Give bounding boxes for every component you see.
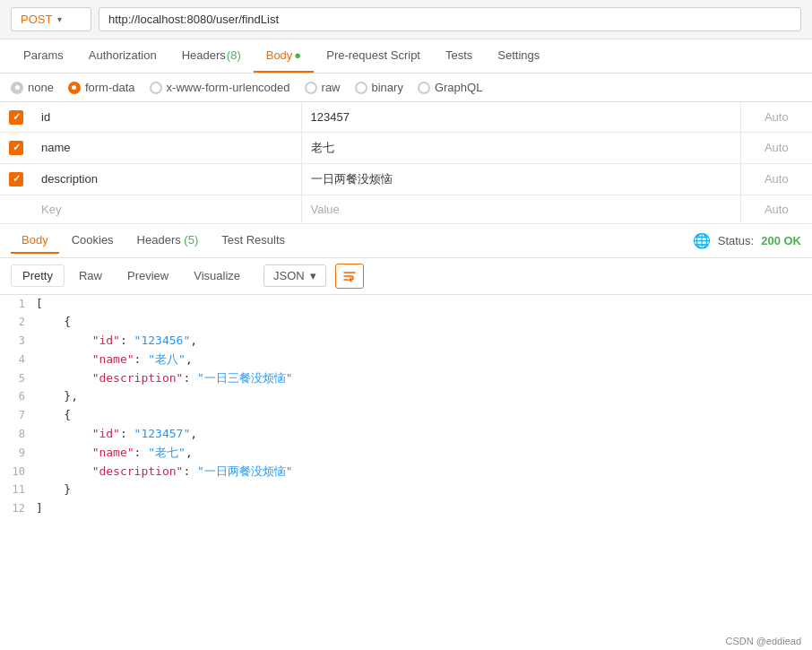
row-checkbox[interactable]: [9, 172, 23, 186]
code-line: 5 "description": "一日三餐没烦恼": [0, 369, 812, 388]
form-key: description: [32, 163, 301, 195]
tab-pre-request-script[interactable]: Pre-request Script: [314, 39, 433, 73]
status-label: Status:: [718, 234, 754, 247]
form-row: KeyValueAuto: [0, 195, 812, 223]
format-bar: PrettyRawPreviewVisualizeJSON▾: [0, 258, 812, 295]
globe-icon: 🌐: [693, 232, 711, 249]
form-key: id: [32, 102, 301, 132]
resp-tab-test-results[interactable]: Test Results: [211, 228, 296, 254]
form-type: Auto: [740, 132, 812, 163]
code-line: 10 "description": "一日两餐没烦恼": [0, 463, 812, 481]
code-line: 6 },: [0, 387, 812, 406]
code-line: 11 }: [0, 481, 812, 499]
status-area: 🌐Status:200 OK: [693, 232, 801, 249]
form-value: 123457: [301, 102, 740, 132]
fmt-btn-preview[interactable]: Preview: [117, 265, 179, 286]
resp-tab-cookies[interactable]: Cookies: [61, 228, 125, 254]
resp-tab-headers[interactable]: Headers (5): [126, 228, 210, 254]
radio-form-data[interactable]: form-data: [68, 81, 135, 94]
tab-tests[interactable]: Tests: [433, 39, 485, 73]
method-chevron: ▾: [57, 14, 62, 24]
form-row: description一日两餐没烦恼Auto: [0, 163, 812, 195]
form-row: name老七Auto: [0, 132, 812, 163]
radio-none[interactable]: none: [11, 81, 54, 94]
row-checkbox[interactable]: [9, 110, 23, 125]
code-line: 4 "name": "老八",: [0, 351, 812, 369]
radio-x-www-form-urlencoded[interactable]: x-www-form-urlencoded: [150, 81, 290, 94]
code-line: 9 "name": "老七",: [0, 444, 812, 463]
form-row: id123457Auto: [0, 102, 812, 132]
form-type: Auto: [740, 102, 812, 132]
form-type: Auto: [740, 163, 812, 195]
radio-raw[interactable]: raw: [305, 81, 341, 94]
form-value: 一日两餐没烦恼: [301, 163, 740, 195]
wrap-button[interactable]: [335, 264, 364, 289]
method-select[interactable]: POST ▾: [11, 7, 91, 31]
resp-tab-body[interactable]: Body: [11, 228, 59, 254]
format-dropdown[interactable]: JSON▾: [263, 264, 326, 287]
body-type-selector: noneform-datax-www-form-urlencodedrawbin…: [0, 74, 812, 102]
tab-settings[interactable]: Settings: [485, 39, 552, 73]
fmt-btn-raw[interactable]: Raw: [68, 265, 113, 286]
form-data-table: id123457Autoname老七Autodescription一日两餐没烦恼…: [0, 102, 812, 224]
tab-authorization[interactable]: Authorization: [76, 39, 169, 73]
tab-params[interactable]: Params: [11, 39, 76, 73]
url-input[interactable]: [99, 7, 801, 31]
radio-graphql[interactable]: GraphQL: [418, 81, 482, 94]
response-tabs: BodyCookiesHeaders (5)Test Results🌐Statu…: [0, 224, 812, 258]
url-bar: POST ▾: [0, 0, 812, 39]
form-value: 老七: [301, 132, 740, 163]
format-chevron: ▾: [310, 269, 316, 282]
radio-binary[interactable]: binary: [355, 81, 403, 94]
code-line: 2 {: [0, 313, 812, 332]
form-key: name: [32, 132, 301, 163]
status-code: 200 OK: [761, 234, 801, 247]
code-line: 1[: [0, 295, 812, 314]
code-line: 8 "id": "123457",: [0, 425, 812, 444]
row-checkbox[interactable]: [9, 141, 23, 155]
code-line: 7 {: [0, 406, 812, 425]
code-line: 12]: [0, 499, 812, 518]
method-label: POST: [21, 13, 52, 26]
form-type: Auto: [740, 195, 812, 223]
form-value: Value: [301, 195, 740, 223]
code-line: 3 "id": "123456",: [0, 332, 812, 351]
fmt-btn-visualize[interactable]: Visualize: [183, 265, 251, 286]
form-key: Key: [32, 195, 301, 223]
fmt-btn-pretty[interactable]: Pretty: [11, 264, 65, 287]
request-tabs: ParamsAuthorizationHeaders(8)Body●Pre-re…: [0, 39, 812, 74]
json-response: 1[2 {3 "id": "123456",4 "name": "老八",5 "…: [0, 295, 812, 519]
tab-body[interactable]: Body●: [254, 39, 315, 73]
tab-headers[interactable]: Headers(8): [169, 39, 254, 73]
format-label: JSON: [273, 269, 305, 282]
